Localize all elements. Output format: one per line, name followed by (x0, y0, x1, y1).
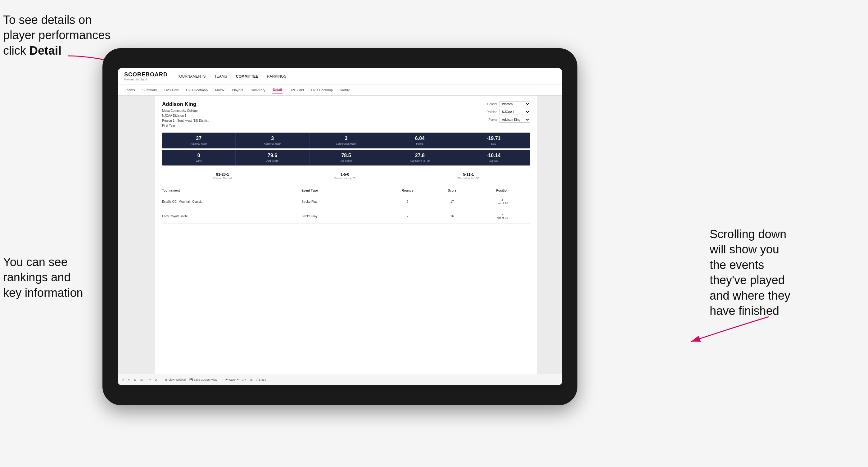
filter-division-row: Division NJCAA I NJCAA II (482, 109, 530, 115)
rounds-2: 2 (385, 215, 430, 218)
event-type-2: Stroke Play (302, 215, 385, 218)
nav-items: TOURNAMENTS TEAMS COMMITTEE RANKINGS (177, 73, 286, 80)
player-header: Addison King Mesa Community College NJCA… (162, 101, 530, 128)
col-header-rounds: Rounds (385, 189, 430, 192)
toolbar-share-screen[interactable]: □ + (243, 378, 247, 381)
col-header-event: Event Type (302, 189, 385, 192)
stat-wins: 0 Wins (162, 150, 236, 165)
col-header-position: Position (474, 189, 530, 192)
table-row: Lady Coyote Invite Stroke Play 2 16 7 ou… (162, 209, 530, 224)
toolbar-watch[interactable]: 👁 Watch ▾ (225, 378, 239, 381)
logo-scoreboard: SCOREBOARD (124, 71, 168, 78)
player-year: First Year (162, 123, 209, 128)
toolbar-share[interactable]: ⤴ Share (256, 378, 266, 381)
toolbar-grid[interactable]: ⊞ (134, 378, 136, 381)
rounds-1: 2 (385, 200, 430, 204)
sub-nav-h2hheatmap[interactable]: H2H Heatmap (185, 87, 208, 93)
sub-nav-teams[interactable]: Teams (124, 87, 135, 93)
col-header-score: Score (430, 189, 475, 192)
record-top25: 1-5-0 Record vs top 25 (334, 172, 355, 180)
stat-regional-rank: 3 Regional Rank (236, 132, 309, 148)
toolbar-settings[interactable]: ⊙ (155, 378, 157, 381)
stat-avg-score-par: 27.8 Avg Score to Par (383, 150, 457, 165)
annotation-bottom-left: You can seerankings andkey information (3, 255, 83, 301)
stat-value-wins: 0 (164, 153, 233, 158)
sub-nav-h2hgrid2[interactable]: H2H Grid (289, 87, 305, 93)
annotation-bold: Detail (29, 44, 61, 57)
nav-teams[interactable]: TEAMS (214, 73, 227, 80)
score-2: 16 (430, 215, 475, 218)
sub-nav-h2hheatmap2[interactable]: H2H Heatmap (311, 87, 334, 93)
sidebar-right (537, 96, 562, 374)
stat-label-regional-rank: Regional Rank (238, 142, 306, 145)
player-school: Mesa Community College (162, 108, 209, 113)
stat-label-avg-score-par: Avg Score to Par (385, 159, 454, 162)
filter-player-row: Player Addison King (482, 117, 530, 123)
logo-sub: Powered by clippd (124, 78, 168, 81)
stat-avg-score: 79.6 Avg Score (236, 150, 309, 165)
filter-division-select[interactable]: NJCAA I NJCAA II (499, 109, 530, 115)
stat-label-sos: SoS (460, 142, 528, 145)
tablet-screen: SCOREBOARD Powered by clippd TOURNAMENTS… (118, 68, 562, 385)
toolbar-redo[interactable]: ↻ (128, 378, 130, 381)
records-row: 91-20-1 Overall Record 1-5-0 Record vs t… (162, 169, 530, 183)
tournament-table: Tournament Event Type Rounds Score Posit… (162, 187, 530, 224)
sidebar-left (118, 96, 155, 374)
record-value-top25: 1-5-0 (334, 172, 355, 177)
filter-gender-select[interactable]: Women Men (499, 101, 530, 107)
toolbar-collapse[interactable]: ⊡ (140, 378, 143, 381)
main-content: Addison King Mesa Community College NJCA… (118, 96, 562, 374)
stat-value-national-rank: 37 (164, 136, 233, 141)
toolbar-save-custom[interactable]: 💾 Save Custom View (189, 378, 217, 381)
stat-value-adj-score: 78.5 (312, 153, 380, 158)
stat-value-avg-score-par: 27.8 (385, 153, 454, 158)
player-name: Addison King (162, 101, 209, 107)
center-panel: Addison King Mesa Community College NJCA… (155, 96, 537, 374)
filter-gender-row: Gender Women Men (482, 101, 530, 107)
tournament-name-2: Lady Coyote Invite (162, 215, 302, 218)
player-region: Region 1 - Southwest (18) District (162, 118, 209, 123)
stat-label-wins: Wins (164, 159, 233, 162)
player-division: NJCAA Division 1 (162, 113, 209, 118)
event-type-1: Stroke Play (302, 200, 385, 204)
score-1: 17 (430, 200, 475, 204)
record-value-overall: 91-20-1 (213, 172, 232, 177)
stat-label-points: Points (385, 142, 454, 145)
sub-nav-summary2[interactable]: Summary (250, 87, 266, 93)
nav-tournaments[interactable]: TOURNAMENTS (177, 73, 206, 80)
sub-nav-detail[interactable]: Detail (272, 87, 283, 93)
stat-value-conference-rank: 3 (312, 136, 380, 141)
player-filters: Gender Women Men Division NJCAA I NJCAA … (482, 101, 530, 128)
annotation-bottom-right: Scrolling downwill show youthe eventsthe… (710, 227, 865, 319)
logo-area: SCOREBOARD Powered by clippd (124, 71, 168, 81)
filter-player-label: Player (482, 118, 497, 121)
arrow-to-table (682, 311, 775, 348)
filter-player-select[interactable]: Addison King (499, 117, 530, 123)
toolbar-view-original[interactable]: 🖥 View: Original (165, 378, 186, 381)
toolbar-undo[interactable]: ↺ (122, 378, 124, 381)
stat-value-sos: -19.71 (460, 136, 528, 141)
tournament-name-1: Estella CC- Mountain Classic (162, 200, 302, 204)
sub-nav-players[interactable]: Players (231, 87, 244, 93)
stat-label-conference-rank: Conference Rank (312, 142, 380, 145)
sub-nav-matrix2[interactable]: Matrix (340, 87, 350, 93)
stat-national-rank: 37 National Rank (162, 132, 236, 148)
toolbar: ↺ ↻ ⊞ ⊡ —+ ⊙ 🖥 View: Original 💾 Save Cus… (118, 374, 562, 385)
stat-value-points: 6.04 (385, 136, 454, 141)
nav-committee[interactable]: COMMITTEE (236, 73, 258, 80)
sub-nav-h2hgrid[interactable]: H2H Grid (164, 87, 179, 93)
toolbar-zoom[interactable]: —+ (147, 378, 151, 381)
record-value-top50: 5-11-1 (458, 172, 479, 177)
col-header-tournament: Tournament (162, 189, 302, 192)
stats-row1: 37 National Rank 3 Regional Rank 3 Confe… (162, 132, 530, 148)
sub-nav-summary[interactable]: Summary (142, 87, 157, 93)
toolbar-fullscreen[interactable]: ⊞ (250, 378, 253, 381)
toolbar-divider (161, 377, 161, 382)
stat-label-avg-score: Avg Score (238, 159, 306, 162)
stat-points: 6.04 Points (383, 132, 457, 148)
filter-division-label: Division (482, 110, 497, 114)
stat-label-adj-score: Adj Score (312, 159, 380, 162)
top-nav: SCOREBOARD Powered by clippd TOURNAMENTS… (118, 68, 562, 85)
nav-rankings[interactable]: RANKINGS (267, 73, 286, 80)
sub-nav-matrix[interactable]: Matrix (215, 87, 225, 93)
